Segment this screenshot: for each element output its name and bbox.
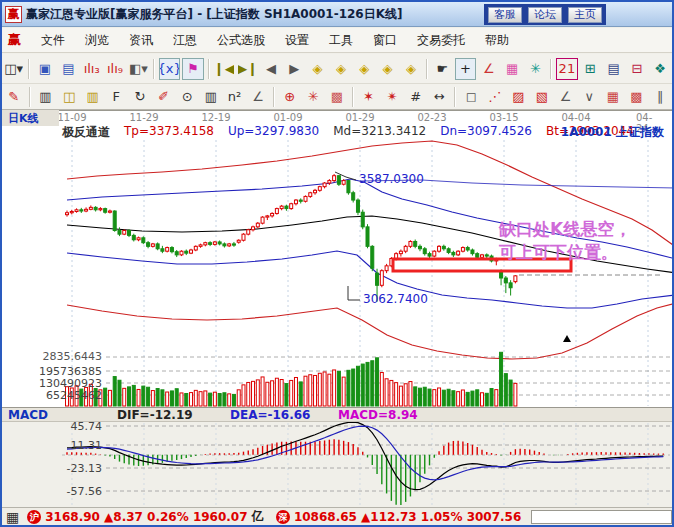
cycle-tool-icon[interactable]: ↻ bbox=[129, 86, 151, 108]
formula-icon[interactable]: {x} bbox=[159, 58, 180, 80]
gann-box-icon[interactable]: ▨ bbox=[508, 86, 530, 108]
price-chart-svg[interactable]: 3587.03003062.74002835.64431957363851304… bbox=[2, 110, 674, 407]
menu-item[interactable]: 资讯 bbox=[119, 29, 163, 52]
grid-dots-icon[interactable]: ▦ bbox=[602, 86, 624, 108]
notes-icon[interactable]: ▤ bbox=[603, 58, 624, 80]
calendar-icon[interactable]: 21 bbox=[556, 58, 577, 80]
menu-item[interactable]: 交易委托 bbox=[407, 29, 475, 52]
window-title: 赢家江恩专业版[赢家服务平台] - [上证指数 SH1A0001-126日K线] bbox=[26, 6, 403, 23]
date-tick-label: 11-29 bbox=[129, 112, 158, 123]
gann-square-icon[interactable]: ▧ bbox=[531, 86, 553, 108]
menu-item[interactable]: 文件 bbox=[31, 29, 75, 52]
date-tick-label: 12-19 bbox=[201, 112, 230, 123]
next-bar-icon[interactable]: ▶ bbox=[284, 58, 305, 80]
diamond-expand-icon[interactable]: ◈ bbox=[377, 58, 398, 80]
gold-ruler2-icon[interactable]: ▥ bbox=[82, 86, 104, 108]
candle-style-dropdown[interactable]: ◧▾ bbox=[128, 58, 149, 80]
menu-item[interactable]: 设置 bbox=[275, 29, 319, 52]
document-icon[interactable]: ▤ bbox=[58, 58, 79, 80]
menu-item[interactable]: 江恩 bbox=[163, 29, 207, 52]
drawing-toolbar: ✎▥◫▥F↻✐⊙▥n²∠⊕✳▩✶✴#↔◻⋰▨▧∠∨▦▩∥ bbox=[2, 84, 672, 110]
shen-tool-icon[interactable]: ✶ bbox=[358, 86, 380, 108]
menu-item[interactable]: 浏览 bbox=[75, 29, 119, 52]
grid-target-icon[interactable]: ▩ bbox=[326, 86, 348, 108]
v-lines-icon[interactable]: ∨ bbox=[578, 86, 600, 108]
customer-service-button[interactable]: 客服 bbox=[488, 7, 522, 23]
fan-lines-icon[interactable]: ⋰ bbox=[484, 86, 506, 108]
starburst-icon[interactable]: ✳ bbox=[303, 86, 325, 108]
toolbar-separator bbox=[153, 59, 155, 79]
n-squared-icon[interactable]: n² bbox=[224, 86, 246, 108]
ying-tool-icon[interactable]: ✴ bbox=[381, 86, 403, 108]
color-chart-icon[interactable]: ⚑ bbox=[182, 58, 203, 80]
shenzhen-index-quote: 10868.65 ▲112.73 1.05% 3007.56 bbox=[294, 510, 521, 524]
shanghai-exchange-icon: 沪 bbox=[27, 510, 41, 524]
tick-ruler-icon[interactable]: ▥ bbox=[35, 86, 57, 108]
calculator-icon[interactable]: ⊞ bbox=[580, 58, 601, 80]
date-tick-label: 02-23 bbox=[417, 112, 446, 123]
gold-ruler-icon[interactable]: ◫ bbox=[58, 86, 80, 108]
diamond-compress-icon[interactable]: ◈ bbox=[354, 58, 375, 80]
diamond-left-icon[interactable]: ◈ bbox=[307, 58, 328, 80]
menu-item[interactable]: 工具 bbox=[319, 29, 363, 52]
info-window-icon[interactable]: ▣ bbox=[34, 58, 55, 80]
forum-button[interactable]: 论坛 bbox=[528, 7, 562, 23]
kline-pane-label: 日K线 bbox=[2, 110, 59, 126]
menu-logo-icon: 赢 bbox=[8, 31, 21, 49]
toolbar-separator bbox=[454, 87, 456, 107]
target-icon[interactable]: ⊕ bbox=[279, 86, 301, 108]
menu-item[interactable]: 帮助 bbox=[475, 29, 519, 52]
macd-chart-svg[interactable]: 45.7411.31-23.13-57.56 bbox=[2, 422, 674, 507]
date-tick-label: 01-09 bbox=[273, 112, 302, 123]
mind-map-icon[interactable]: ✳ bbox=[525, 58, 546, 80]
pen-tool-icon[interactable]: ✎ bbox=[3, 86, 25, 108]
crosshair-icon[interactable]: + bbox=[455, 58, 476, 80]
ruler-123-icon[interactable]: # bbox=[405, 86, 427, 108]
svg-text:65245462: 65245462 bbox=[46, 389, 102, 402]
svg-text:2835.6443: 2835.6443 bbox=[43, 350, 103, 363]
bars-9-icon[interactable]: ılı₉ bbox=[104, 58, 125, 80]
toolbar-separator bbox=[28, 59, 30, 79]
toolbar-separator bbox=[426, 59, 428, 79]
indicator-value: Dn=3097.4526 bbox=[440, 124, 532, 139]
menu-item[interactable]: 窗口 bbox=[363, 29, 407, 52]
indicator-header: 极反通道Tp=3373.4158Up=3297.9830Md=3213.3412… bbox=[62, 124, 634, 139]
tick-ruler2-icon[interactable]: ▥ bbox=[200, 86, 222, 108]
homepage-button[interactable]: 主页 bbox=[568, 7, 602, 23]
macd-hist-value: MACD=8.94 bbox=[338, 408, 418, 422]
application-window: 赢 赢家江恩专业版[赢家服务平台] - [上证指数 SH1A0001-126日K… bbox=[0, 0, 674, 527]
prev-bar-icon[interactable]: ◀ bbox=[260, 58, 281, 80]
svg-text:缺口处K线悬空，: 缺口处K线悬空， bbox=[498, 219, 631, 239]
grid-diag-icon[interactable]: ▩ bbox=[626, 86, 648, 108]
last-page-icon[interactable]: ▶❙ bbox=[237, 58, 258, 80]
window-link-icon[interactable]: ❖ bbox=[650, 58, 671, 80]
red-brush-icon[interactable]: ✐ bbox=[153, 86, 175, 108]
angle-pen-icon[interactable]: ∠ bbox=[247, 86, 269, 108]
save-icon[interactable]: ⊟ bbox=[626, 58, 647, 80]
kline-style-dropdown[interactable]: ◫▾ bbox=[3, 58, 24, 80]
diamond-full-icon[interactable]: ◈ bbox=[400, 58, 421, 80]
bars-3-icon[interactable]: ılı₃ bbox=[81, 58, 102, 80]
shanghai-index-quote: 3168.90 ▲8.37 0.26% 1960.07 bbox=[45, 510, 247, 524]
parallel-lines-icon[interactable]: ∥ bbox=[649, 86, 671, 108]
macd-header-strip: MACD DIF=-12.19 DEA=-16.66 MACD=8.94 bbox=[2, 407, 672, 422]
main-toolbar: ◫▾▣▤ılı₃ılı₉◧▾{x}⚑❙◀▶❙◀▶◈◈◈◈◈☛+∠▦✳21⊞▤⊟❖ bbox=[2, 54, 672, 84]
angle-tool-icon[interactable]: ∠ bbox=[478, 58, 499, 80]
pink-grid-icon[interactable]: ▦ bbox=[502, 58, 523, 80]
angle-lines-icon[interactable]: ∠ bbox=[555, 86, 577, 108]
indicator-value: Up=3297.9830 bbox=[228, 124, 319, 139]
toolbar-separator bbox=[29, 87, 31, 107]
status-input-field[interactable] bbox=[531, 510, 672, 524]
drag-hand-icon[interactable]: ☛ bbox=[432, 58, 453, 80]
quote-table-icon[interactable]: ▦ bbox=[6, 509, 19, 525]
date-tick-label: 04-04 bbox=[561, 112, 590, 123]
toolbar-separator bbox=[550, 59, 552, 79]
width-measure-icon[interactable]: ↔ bbox=[429, 86, 451, 108]
f-ruler-icon[interactable]: F bbox=[106, 86, 128, 108]
clock-circle-icon[interactable]: ⊙ bbox=[176, 86, 198, 108]
box-tool-icon[interactable]: ◻ bbox=[460, 86, 482, 108]
toolbar-separator bbox=[352, 87, 354, 107]
first-page-icon[interactable]: ❙◀ bbox=[214, 58, 235, 80]
diamond-right-icon[interactable]: ◈ bbox=[330, 58, 351, 80]
menu-item[interactable]: 公式选股 bbox=[207, 29, 275, 52]
